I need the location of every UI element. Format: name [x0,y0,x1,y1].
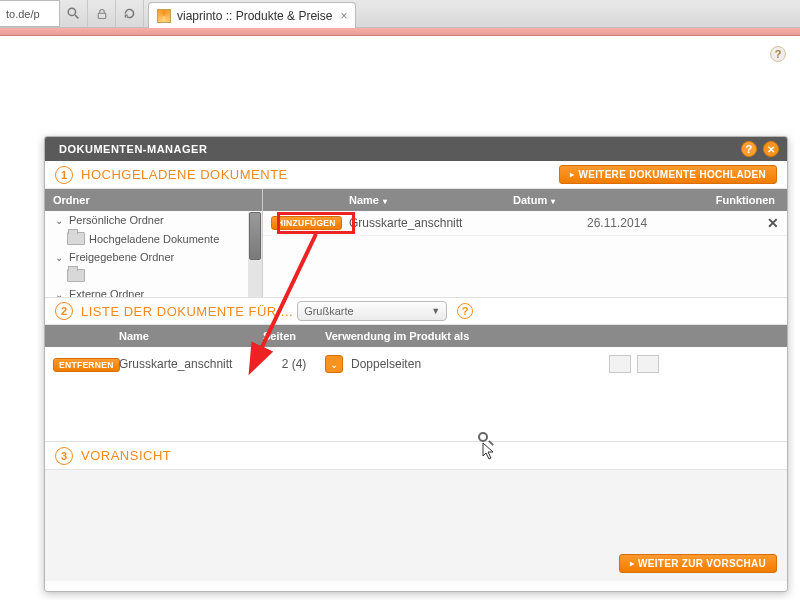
sort-desc-icon: ▾ [551,197,555,206]
document-name: Grusskarte_anschnitt [349,216,587,230]
tree-label: Hochgeladene Dokumente [89,233,219,245]
preview-area [45,470,787,548]
tree-item-external[interactable]: ⌄Externe Ordner [45,285,262,297]
page-thumb[interactable] [609,355,631,373]
folder-icon [67,232,85,245]
list-row-name: Grusskarte_anschnitt [113,357,263,371]
folder-tree: Ordner ⌄Persönliche Ordner Hochgeladene … [45,189,263,297]
tab-title: viaprinto :: Produkte & Preise [177,9,332,23]
delete-document-icon[interactable]: ✕ [767,215,779,231]
continue-label: WEITER ZUR VORSCHAU [638,558,766,569]
tab-close-icon[interactable]: × [340,9,347,23]
step-2-badge: 2 [55,302,73,320]
chevron-down-icon: ⌄ [55,252,65,263]
add-document-button[interactable]: HINZUFÜGEN [271,216,342,230]
document-manager-dialog: DOKUMENTEN-MANAGER ? ✕ 1 HOCHGELADENE DO… [44,136,788,592]
tree-item-uploaded[interactable]: Hochgeladene Dokumente [45,229,262,248]
page-thumbnails [609,355,659,373]
upload-more-button[interactable]: ▸ WEITERE DOKUMENTE HOCHLADEN [559,165,777,184]
dialog-help-icon[interactable]: ? [741,141,757,157]
section3-header: 3 VORANSICHT [45,442,787,470]
folder-tree-header: Ordner [45,189,262,211]
chevron-down-icon: ▼ [431,306,440,316]
document-row: HINZUFÜGEN Grusskarte_anschnitt 26.11.20… [263,211,787,236]
tree-item-shared-folder[interactable] [45,266,262,285]
tree-label: Externe Ordner [69,288,144,297]
refresh-icon[interactable] [116,0,144,27]
product-select-value: Grußkarte [304,305,354,317]
step-1-badge: 1 [55,166,73,184]
lock-icon [88,0,116,27]
svg-line-1 [75,15,78,18]
favicon-icon [157,9,171,23]
address-bar-stub[interactable]: to.de/p [0,0,60,27]
browser-sub-strip [0,28,800,36]
document-date: 26.11.2014 [587,216,707,230]
list-row-pages: 2 (4) [263,357,325,371]
section2-help-icon[interactable]: ? [457,303,473,319]
page-help-icon[interactable]: ? [770,46,786,62]
list-col-usage: Verwendung im Produkt als [325,330,779,342]
col-functions: Funktionen [637,194,775,206]
folder-icon [67,269,85,282]
col-date[interactable]: Datum▾ [513,194,633,206]
remove-document-button[interactable]: ENTFERNEN [53,358,120,372]
documents-header: Name▾ Datum▾ Funktionen [263,189,787,211]
chevron-right-icon: ▸ [630,559,634,568]
chevron-right-icon: ▸ [570,170,574,179]
section1-title: HOCHGELADENE DOKUMENTE [81,167,559,182]
tree-label: Persönliche Ordner [69,214,164,226]
section3-title: VORANSICHT [81,448,777,463]
usage-dropdown-icon[interactable]: ⌄ [325,355,343,373]
documents-pane: Name▾ Datum▾ Funktionen HINZUFÜGEN Gruss… [263,189,787,297]
list-col-name: Name [113,330,263,342]
list-col-pages: Seiten [263,330,325,342]
chevron-down-icon: ⌄ [55,289,65,298]
tree-item-shared[interactable]: ⌄Freigegebene Ordner [45,248,262,266]
svg-point-0 [68,8,75,15]
documents-list-header: Name Seiten Verwendung im Produkt als [45,325,787,347]
product-select[interactable]: Grußkarte ▼ [297,301,447,321]
section2-header: 2 LISTE DER DOKUMENTE FÜR ... Grußkarte … [45,297,787,325]
tree-label: Freigegebene Ordner [69,251,174,263]
section2-title: LISTE DER DOKUMENTE FÜR ... [81,304,293,319]
search-icon[interactable] [60,0,88,27]
svg-rect-2 [98,13,106,18]
page-thumb[interactable] [637,355,659,373]
step-3-badge: 3 [55,447,73,465]
list-row: ENTFERNEN Grusskarte_anschnitt 2 (4) ⌄ D… [45,347,787,381]
tree-scrollbar[interactable] [248,212,262,297]
dialog-close-icon[interactable]: ✕ [763,141,779,157]
chevron-down-icon: ⌄ [55,215,65,226]
browser-tab[interactable]: viaprinto :: Produkte & Preise × [148,2,356,28]
tree-item-personal[interactable]: ⌄Persönliche Ordner [45,211,262,229]
list-row-usage: Doppelseiten [351,357,421,371]
sort-desc-icon: ▾ [383,197,387,206]
section1-header: 1 HOCHGELADENE DOKUMENTE ▸ WEITERE DOKUM… [45,161,787,189]
dialog-title: DOKUMENTEN-MANAGER [59,143,741,155]
col-name[interactable]: Name▾ [271,194,509,206]
continue-to-preview-button[interactable]: ▸ WEITER ZUR VORSCHAU [619,554,777,573]
scrollbar-thumb[interactable] [249,212,261,260]
upload-more-label: WEITERE DOKUMENTE HOCHLADEN [578,169,766,180]
browser-top-strip: to.de/p viaprinto :: Produkte & Preise × [0,0,800,28]
dialog-titlebar: DOKUMENTEN-MANAGER ? ✕ [45,137,787,161]
